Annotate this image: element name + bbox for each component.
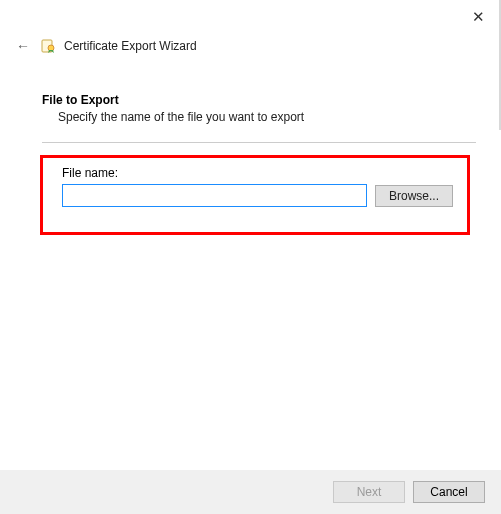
browse-button[interactable]: Browse... [375, 185, 453, 207]
file-section: File name: Browse... [62, 166, 466, 207]
close-icon: ✕ [472, 8, 485, 25]
footer-bar: Next Cancel [0, 470, 501, 514]
section-description: Specify the name of the file you want to… [58, 110, 476, 124]
content-area: File to Export Specify the name of the f… [42, 93, 476, 143]
file-row: Browse... [62, 184, 466, 207]
back-arrow-icon[interactable]: ← [14, 38, 32, 54]
section-heading: File to Export [42, 93, 476, 107]
divider [42, 142, 476, 143]
certificate-icon [40, 38, 56, 54]
next-button[interactable]: Next [333, 481, 405, 503]
wizard-header: ← Certificate Export Wizard [14, 38, 197, 54]
file-name-label: File name: [62, 166, 466, 180]
file-name-input[interactable] [62, 184, 367, 207]
close-button[interactable]: ✕ [466, 6, 491, 28]
cancel-button[interactable]: Cancel [413, 481, 485, 503]
wizard-title: Certificate Export Wizard [64, 39, 197, 53]
